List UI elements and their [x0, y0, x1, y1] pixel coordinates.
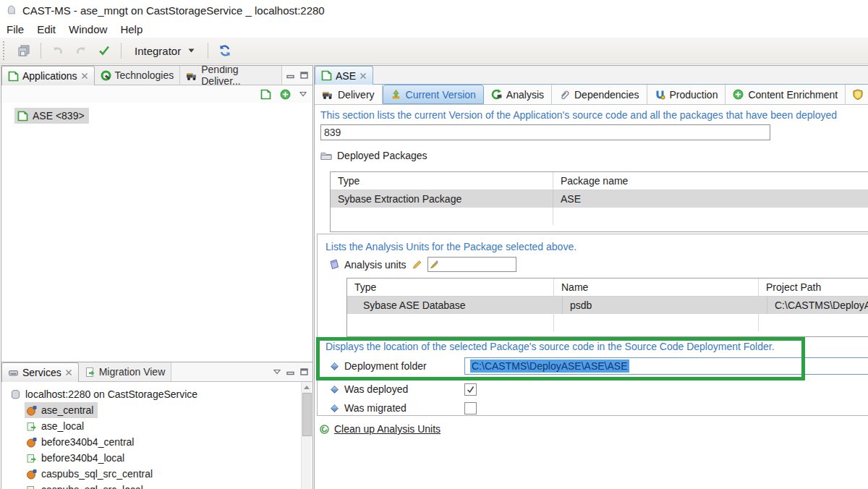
- was-deployed-row: Was deployed: [331, 382, 408, 396]
- services-scrollbar[interactable]: [301, 382, 312, 489]
- cleanup-row: Clean up Analysis Units: [320, 423, 441, 435]
- application-folder-icon: [8, 71, 19, 82]
- view-menu-icon[interactable]: [273, 369, 281, 375]
- profile-dropdown-value: Integrator: [135, 45, 181, 57]
- refresh-button[interactable]: [216, 41, 234, 60]
- save-all-button[interactable]: [14, 41, 33, 60]
- tree-item-before340b4-central-label: before340b4_central: [41, 436, 134, 448]
- minimize-icon[interactable]: [286, 368, 294, 375]
- was-migrated-checkbox[interactable]: [464, 402, 477, 414]
- was-deployed-label: Was deployed: [344, 383, 408, 395]
- menu-file[interactable]: File: [0, 22, 30, 37]
- toolbar-separator: [41, 43, 41, 59]
- close-icon[interactable]: [65, 369, 72, 376]
- tab-migration-view-label: Migration View: [99, 366, 166, 378]
- column-header-au-name[interactable]: Name: [554, 278, 759, 296]
- menu-edit[interactable]: Edit: [30, 22, 62, 37]
- redo-button[interactable]: [72, 41, 90, 60]
- services-panel: Services Migration View localhost:2280 o…: [1, 362, 313, 489]
- tab-services[interactable]: Services: [1, 362, 79, 382]
- local-base-icon: [26, 453, 37, 464]
- maximize-icon[interactable]: [300, 72, 308, 79]
- tree-item-ase-central-label: ase_central: [41, 404, 93, 416]
- tab-editor-ase-label: ASE: [336, 70, 356, 82]
- view-menu-icon[interactable]: [299, 91, 307, 97]
- cleanup-analysis-units-link[interactable]: Clean up Analysis Units: [334, 423, 441, 435]
- diamond-bullet-icon: [331, 362, 339, 370]
- tab-applications[interactable]: Applications: [1, 66, 95, 85]
- technologies-icon: [101, 70, 111, 81]
- paperclip-icon: [559, 89, 570, 100]
- editor-tab-bar: ASE: [315, 66, 868, 85]
- redo-icon: [75, 44, 88, 57]
- menu-help[interactable]: Help: [114, 22, 149, 37]
- menu-bar: File Edit Window Help: [0, 20, 868, 38]
- tree-item-ase-central[interactable]: ase_central: [1, 402, 312, 418]
- deployed-packages-row[interactable]: Sybase Extraction Package ASE: [331, 190, 868, 208]
- tree-item-before340b4-central[interactable]: before340b4_central: [1, 434, 312, 450]
- subtab-production[interactable]: Production: [647, 85, 726, 104]
- analysis-units-empty-row[interactable]: [347, 314, 868, 331]
- add-icon[interactable]: [280, 89, 291, 100]
- cell-package-name: ASE: [553, 190, 868, 208]
- column-header-type[interactable]: Type: [331, 172, 553, 190]
- check-icon: [98, 44, 111, 57]
- tree-item-caspubs-central[interactable]: caspubs_sql_src_central: [1, 466, 312, 482]
- tree-item-caspubs-local-label: caspubs_sql_src_local: [41, 484, 143, 489]
- scrollbar-thumb[interactable]: [302, 393, 312, 436]
- subtab-analysis-label: Analysis: [506, 89, 544, 101]
- column-header-project-path[interactable]: Project Path: [759, 278, 868, 296]
- app-icon: [5, 4, 17, 16]
- tab-pending-deliveries[interactable]: Pending Deliver...: [180, 66, 282, 85]
- deployed-packages-table: Type Package name Sybase Extraction Pack…: [330, 171, 868, 232]
- analysis-units-row[interactable]: Sybase ASE Database psdb C:\CASTMS\Deplo…: [347, 297, 868, 314]
- column-header-package-name[interactable]: Package name: [553, 172, 868, 190]
- subtab-analysis[interactable]: Analysis: [484, 85, 552, 104]
- subtab-user-input[interactable]: User Inpu: [846, 85, 868, 104]
- packages-folder-icon: [320, 150, 332, 161]
- validate-button[interactable]: [95, 41, 114, 60]
- subtab-delivery[interactable]: Delivery: [315, 85, 383, 104]
- delivery-truck-icon: [322, 89, 333, 100]
- undo-button[interactable]: [48, 41, 67, 60]
- tree-item-ase-local[interactable]: ase_local: [1, 418, 312, 434]
- close-icon[interactable]: [81, 72, 88, 80]
- version-input[interactable]: 839: [320, 124, 770, 140]
- deployment-folder-input[interactable]: C:\CASTMS\DeployASE\ASE\ASE: [464, 357, 868, 375]
- tree-item-caspubs-local[interactable]: caspubs_sql_src_local: [1, 482, 312, 489]
- profile-dropdown[interactable]: Integrator: [129, 43, 200, 59]
- subtab-content-enrichment[interactable]: Content Enrichment: [726, 85, 846, 104]
- tree-item-caspubs-central-label: caspubs_sql_src_central: [41, 468, 153, 480]
- tab-technologies[interactable]: Technologies: [95, 66, 181, 85]
- toolbar-drag-handle[interactable]: [3, 41, 7, 60]
- deployed-packages-empty-row[interactable]: [331, 208, 868, 225]
- tab-editor-ase[interactable]: ASE: [315, 66, 373, 85]
- menu-window[interactable]: Window: [62, 22, 114, 37]
- toolbar-separator: [121, 43, 122, 59]
- shield-icon: [853, 89, 863, 100]
- maximize-icon[interactable]: [300, 368, 308, 375]
- diamond-bullet-icon: [331, 386, 339, 394]
- edit-pencil-icon[interactable]: [412, 259, 422, 270]
- application-folder-icon: [17, 111, 28, 122]
- subtab-dependencies[interactable]: Dependencies: [552, 85, 647, 104]
- scroll-up-icon[interactable]: [302, 383, 311, 392]
- subtab-current-version[interactable]: Current Version: [383, 85, 484, 104]
- main-toolbar: Integrator: [0, 38, 868, 64]
- central-base-icon: [26, 469, 37, 480]
- new-application-icon[interactable]: [260, 89, 271, 100]
- was-deployed-checkbox[interactable]: [464, 383, 477, 396]
- tree-item-before340b4-local[interactable]: before340b4_local: [1, 450, 312, 466]
- minimize-icon[interactable]: [286, 72, 294, 79]
- analysis-units-filter-input[interactable]: [427, 257, 516, 272]
- tab-migration-view[interactable]: Migration View: [79, 362, 172, 381]
- services-drive-icon: [8, 367, 19, 378]
- tree-item-ase[interactable]: ASE <839>: [14, 108, 89, 124]
- toolbar-separator: [208, 43, 208, 59]
- column-header-au-type[interactable]: Type: [347, 278, 554, 296]
- applications-panel: Applications Technologies Pending Delive…: [1, 65, 313, 363]
- refresh-icon: [218, 44, 231, 57]
- checkmark-icon: [467, 386, 475, 394]
- tree-item-localhost[interactable]: localhost:2280 on CastStorageService: [1, 386, 312, 402]
- close-icon[interactable]: [359, 72, 367, 80]
